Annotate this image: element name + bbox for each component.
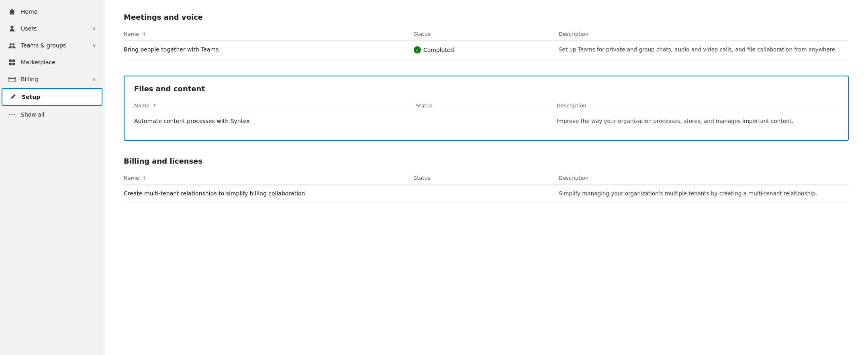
teams-groups-chevron-icon: ∨ bbox=[92, 43, 96, 48]
row-description: Improve the way your organization proces… bbox=[557, 112, 838, 130]
svg-rect-2 bbox=[9, 60, 12, 62]
section-files-content: Files and content Name ↑ Status Descript… bbox=[124, 76, 849, 141]
sidebar-item-show-all-label: Show all bbox=[21, 111, 96, 118]
col-header-status: Status bbox=[414, 172, 559, 185]
col-header-status: Status bbox=[416, 99, 557, 112]
col-header-name: Name ↑ bbox=[124, 172, 414, 185]
svg-rect-4 bbox=[9, 63, 12, 65]
table-row: Bring people together with Teams Complet… bbox=[124, 41, 849, 60]
row-status: Completed bbox=[414, 41, 559, 60]
section-billing-licenses: Billing and licenses Name ↑ Status Descr… bbox=[124, 157, 849, 203]
svg-rect-7 bbox=[9, 78, 15, 79]
sort-up-icon: ↑ bbox=[143, 176, 146, 181]
row-name: Bring people together with Teams bbox=[124, 41, 414, 60]
table-header-row: Name ↑ Status Description bbox=[134, 99, 838, 112]
status-completed: Completed bbox=[414, 46, 559, 53]
sidebar-item-home[interactable]: Home bbox=[2, 4, 102, 20]
svg-rect-6 bbox=[9, 77, 15, 82]
sort-up-icon: ↑ bbox=[153, 103, 157, 109]
sidebar: Home Users ∨ Teams & groups ∨ bbox=[0, 0, 104, 355]
row-status bbox=[416, 112, 557, 130]
meetings-voice-title: Meetings and voice bbox=[124, 13, 849, 21]
svg-point-9 bbox=[12, 114, 13, 115]
main-content: Meetings and voice Name ↑ Status Descrip… bbox=[104, 0, 868, 355]
sidebar-item-users[interactable]: Users ∨ bbox=[2, 21, 102, 37]
meetings-voice-table: Name ↑ Status Description Bring people t… bbox=[124, 28, 849, 60]
users-icon bbox=[8, 25, 16, 33]
completed-icon bbox=[414, 46, 421, 53]
sort-up-icon: ↑ bbox=[143, 32, 146, 37]
table-header-row: Name ↑ Status Description bbox=[124, 172, 849, 185]
col-header-description: Description bbox=[559, 172, 849, 185]
col-header-description: Description bbox=[559, 28, 849, 41]
sidebar-item-users-label: Users bbox=[21, 25, 88, 32]
svg-rect-3 bbox=[12, 60, 15, 62]
billing-chevron-icon: ∨ bbox=[92, 76, 96, 82]
teams-icon bbox=[8, 41, 16, 49]
sidebar-item-home-label: Home bbox=[21, 8, 96, 15]
svg-rect-5 bbox=[12, 63, 15, 65]
setup-icon bbox=[9, 93, 17, 101]
ellipsis-icon bbox=[8, 111, 16, 119]
sidebar-item-marketplace[interactable]: Marketplace bbox=[2, 54, 102, 70]
billing-icon bbox=[8, 75, 16, 83]
sidebar-item-marketplace-label: Marketplace bbox=[21, 59, 96, 66]
billing-licenses-title: Billing and licenses bbox=[124, 157, 849, 165]
sidebar-item-billing-label: Billing bbox=[21, 76, 88, 82]
col-header-name: Name ↑ bbox=[124, 28, 414, 41]
svg-point-0 bbox=[10, 43, 12, 45]
users-chevron-icon: ∨ bbox=[92, 26, 96, 31]
marketplace-icon bbox=[8, 58, 16, 66]
section-meetings-voice: Meetings and voice Name ↑ Status Descrip… bbox=[124, 13, 849, 60]
row-description: Set up Teams for private and group chats… bbox=[559, 41, 849, 60]
files-content-title: Files and content bbox=[134, 84, 838, 93]
svg-point-8 bbox=[9, 114, 10, 115]
row-description: Simplify managing your organization's mu… bbox=[559, 185, 849, 203]
svg-point-10 bbox=[14, 114, 15, 115]
row-status bbox=[414, 185, 559, 203]
col-header-description: Description bbox=[557, 99, 838, 112]
sidebar-item-setup[interactable]: Setup bbox=[2, 88, 102, 106]
col-header-name: Name ↑ bbox=[134, 99, 416, 112]
sidebar-item-teams-groups[interactable]: Teams & groups ∨ bbox=[2, 37, 102, 53]
sidebar-item-billing[interactable]: Billing ∨ bbox=[2, 71, 102, 87]
col-header-status: Status bbox=[414, 28, 559, 41]
table-row: Automate content processes with Syntex I… bbox=[134, 112, 838, 130]
table-header-row: Name ↑ Status Description bbox=[124, 28, 849, 41]
sidebar-item-show-all[interactable]: Show all bbox=[2, 107, 102, 123]
files-content-table: Name ↑ Status Description Automate conte… bbox=[134, 99, 838, 130]
sidebar-item-setup-label: Setup bbox=[22, 94, 95, 100]
table-row: Create multi-tenant relationships to sim… bbox=[124, 185, 849, 203]
row-name: Create multi-tenant relationships to sim… bbox=[124, 185, 414, 203]
row-name: Automate content processes with Syntex bbox=[134, 112, 416, 130]
svg-point-1 bbox=[12, 43, 14, 45]
sidebar-item-teams-groups-label: Teams & groups bbox=[21, 42, 88, 49]
home-icon bbox=[8, 8, 16, 16]
billing-licenses-table: Name ↑ Status Description Create multi-t… bbox=[124, 172, 849, 203]
